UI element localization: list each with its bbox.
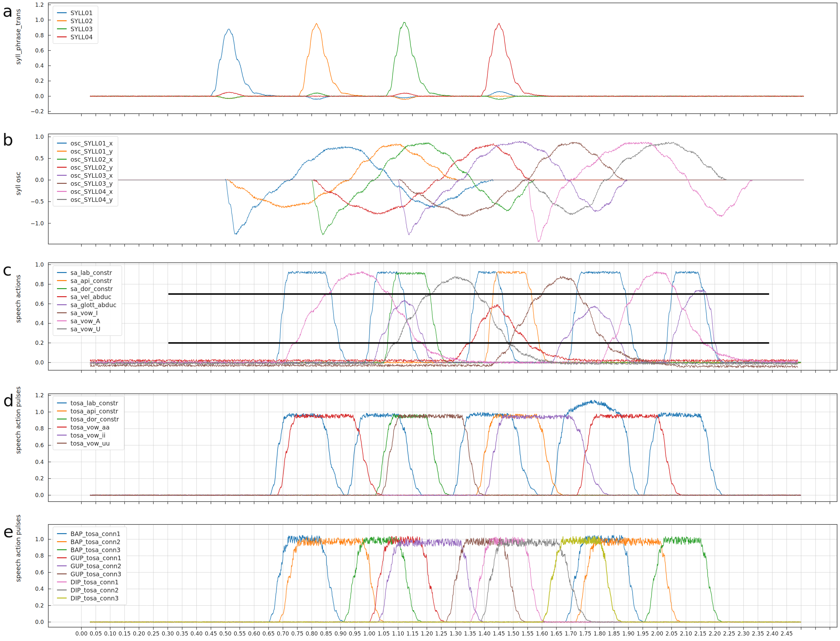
y-tick-label: 0.8 bbox=[21, 32, 44, 39]
legend-label: tosa_lab_constr bbox=[71, 399, 118, 407]
legend-item: sa_api_constr bbox=[57, 277, 117, 285]
legend-swatch-line bbox=[57, 36, 67, 37]
panel-letter-d: d bbox=[3, 392, 14, 409]
y-tick-label: −0.5 bbox=[21, 198, 44, 205]
panel-d-plot-canvas bbox=[45, 393, 838, 506]
y-tick-label: 0.0 bbox=[21, 93, 44, 100]
legend-item: SYLL03 bbox=[57, 25, 93, 33]
legend-item: osc_SYLL01_y bbox=[57, 147, 113, 155]
y-tick-label: 1.0 bbox=[21, 536, 44, 543]
legend-label: osc_SYLL04_y bbox=[71, 196, 113, 203]
y-tick-label: 1.0 bbox=[21, 134, 44, 140]
y-tick-label: 1.0 bbox=[21, 17, 44, 23]
legend-label: GUP_tosa_conn3 bbox=[71, 570, 121, 578]
legend-label: BAP_tosa_conn1 bbox=[71, 530, 121, 537]
legend-label: tosa_dor_constr bbox=[71, 416, 119, 423]
legend-swatch-line bbox=[57, 549, 67, 550]
y-axis-label-d: speech action pulses bbox=[14, 441, 22, 454]
y-tick-label: 1.2 bbox=[21, 392, 44, 399]
panel-a-plot-canvas bbox=[45, 3, 838, 118]
legend-swatch-line bbox=[57, 533, 67, 534]
y-tick-label: 0.6 bbox=[21, 301, 44, 307]
legend-label: BAP_tosa_conn2 bbox=[71, 538, 121, 545]
legend-label: sa_vow_I bbox=[71, 309, 98, 316]
legend-label: SYLL01 bbox=[71, 9, 93, 16]
panel-c-plot-canvas bbox=[45, 263, 838, 374]
legend-swatch-line bbox=[57, 565, 67, 566]
y-tick-label: 0.8 bbox=[21, 552, 44, 559]
y-tick-label: 0.6 bbox=[21, 569, 44, 576]
legend-swatch-line bbox=[57, 403, 67, 403]
y-tick-label: 0.2 bbox=[21, 340, 44, 346]
y-tick-label: 1.0 bbox=[21, 261, 44, 268]
panel-e-plot-canvas bbox=[45, 524, 838, 631]
legend-label: osc_SYLL03_y bbox=[71, 180, 113, 187]
legend-label: osc_SYLL01_x bbox=[71, 140, 113, 147]
y-tick-label: −1.0 bbox=[21, 220, 44, 227]
legend-item: sa_lab_constr bbox=[57, 269, 117, 277]
legend-swatch-line bbox=[57, 20, 67, 21]
legend-swatch-line bbox=[57, 304, 67, 305]
legend-item: BAP_tosa_conn3 bbox=[57, 546, 121, 554]
legend-label: sa_glott_abduc bbox=[71, 301, 117, 308]
y-tick-label: 0.2 bbox=[21, 77, 44, 84]
x-tick-label: 2.45 bbox=[777, 630, 797, 637]
legend-label: sa_dor_constr bbox=[71, 285, 113, 292]
y-tick-label: 0.0 bbox=[21, 619, 44, 625]
legend-swatch-line bbox=[57, 573, 67, 574]
y-axis-label-e: speech action pulses bbox=[14, 569, 22, 582]
legend-label: GUP_tosa_conn2 bbox=[71, 562, 121, 570]
legend-label: sa_vow_U bbox=[71, 325, 100, 333]
legend-d: tosa_lab_constrtosa_api_constrtosa_dor_c… bbox=[53, 396, 124, 450]
legend-swatch-line bbox=[57, 435, 67, 436]
y-tick-label: 1.0 bbox=[21, 409, 44, 415]
legend-swatch-line bbox=[57, 427, 67, 428]
legend-e: BAP_tosa_conn1BAP_tosa_conn2BAP_tosa_con… bbox=[53, 527, 127, 605]
legend-item: osc_SYLL04_y bbox=[57, 195, 113, 203]
legend-item: sa_vel_abduc bbox=[57, 293, 117, 301]
y-tick-label: 0.4 bbox=[21, 459, 44, 465]
legend-swatch-line bbox=[57, 159, 67, 160]
legend-label: osc_SYLL04_x bbox=[71, 188, 113, 195]
legend-item: DIP_tosa_conn3 bbox=[57, 594, 121, 602]
panel-letter-b: b bbox=[3, 131, 13, 148]
legend-swatch-line bbox=[57, 167, 67, 168]
y-tick-label: 0.2 bbox=[21, 475, 44, 482]
y-tick-label: 0.6 bbox=[21, 47, 44, 54]
legend-label: DIP_tosa_conn3 bbox=[71, 594, 119, 602]
panel-letter-c: c bbox=[3, 261, 12, 278]
legend-c: sa_lab_constrsa_api_constrsa_dor_constrs… bbox=[53, 266, 122, 336]
legend-item: DIP_tosa_conn2 bbox=[57, 586, 121, 594]
legend-label: sa_api_constr bbox=[71, 277, 112, 284]
legend-item: BAP_tosa_conn1 bbox=[57, 530, 121, 538]
y-tick-label: 1.2 bbox=[21, 2, 44, 8]
legend-label: tosa_vow_ii bbox=[71, 432, 106, 439]
legend-item: osc_SYLL02_y bbox=[57, 163, 113, 171]
legend-label: osc_SYLL02_x bbox=[71, 156, 113, 163]
legend-item: SYLL02 bbox=[57, 17, 93, 25]
panel-letter-e: e bbox=[3, 523, 13, 540]
legend-swatch-line bbox=[57, 191, 67, 192]
legend-swatch-line bbox=[57, 175, 67, 176]
legend-item: tosa_vow_aa bbox=[57, 423, 119, 431]
panel-letter-a: a bbox=[3, 3, 13, 19]
legend-swatch-line bbox=[57, 312, 67, 313]
legend-item: tosa_vow_ii bbox=[57, 431, 119, 439]
legend-item: SYLL04 bbox=[57, 33, 93, 41]
legend-label: SYLL02 bbox=[71, 18, 93, 24]
figure: asyll_phrase_trans1.21.00.80.60.40.20.0−… bbox=[0, 0, 840, 641]
legend-item: tosa_api_constr bbox=[57, 407, 119, 415]
legend-label: osc_SYLL02_y bbox=[71, 164, 113, 171]
y-tick-label: 0.5 bbox=[21, 155, 44, 162]
legend-item: DIP_tosa_conn1 bbox=[57, 578, 121, 586]
legend-a: SYLL01SYLL02SYLL03SYLL04 bbox=[53, 6, 98, 44]
y-tick-label: 0.4 bbox=[21, 63, 44, 69]
legend-swatch-line bbox=[57, 598, 67, 599]
legend-item: BAP_tosa_conn2 bbox=[57, 538, 121, 546]
legend-swatch-line bbox=[57, 541, 67, 542]
y-tick-label: 0.2 bbox=[21, 602, 44, 609]
legend-label: osc_SYLL01_y bbox=[71, 148, 113, 155]
legend-item: GUP_tosa_conn2 bbox=[57, 562, 121, 570]
panel-b-plot-canvas bbox=[45, 134, 838, 248]
y-tick-label: 0.6 bbox=[21, 442, 44, 448]
